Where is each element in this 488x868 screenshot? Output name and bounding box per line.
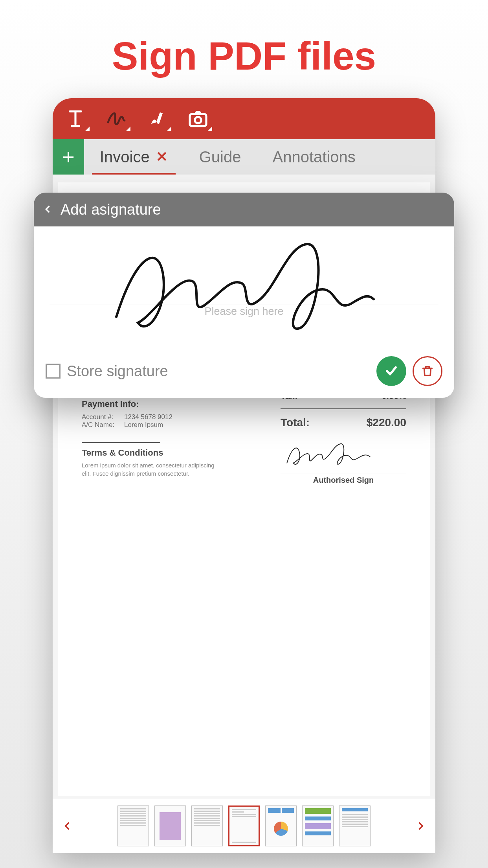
terms-heading: Terms & Conditions bbox=[82, 448, 265, 458]
signature-stroke bbox=[101, 230, 376, 340]
svg-point-1 bbox=[195, 117, 201, 123]
tab-bar: + Invoice ✕ Guide Annotations bbox=[53, 139, 435, 175]
page-thumbnail-bar bbox=[53, 798, 435, 853]
terms-body: Lorem ipsum dolor sit amet, consectetur … bbox=[82, 461, 223, 478]
text-tool-icon[interactable] bbox=[64, 107, 87, 131]
marketing-title: Sign PDF files bbox=[0, 0, 488, 79]
signature-label: Authorised Sign bbox=[281, 473, 406, 485]
back-icon[interactable] bbox=[42, 201, 53, 218]
page-thumbnail[interactable] bbox=[117, 805, 149, 846]
tab-guide[interactable]: Guide bbox=[183, 139, 257, 175]
confirm-button[interactable] bbox=[376, 356, 406, 386]
page-thumbnail[interactable] bbox=[228, 805, 260, 846]
dialog-header: Add asignature bbox=[34, 193, 454, 226]
add-signature-dialog: Add asignature Please sign here Store si… bbox=[34, 193, 454, 398]
signature-pad[interactable]: Please sign here bbox=[34, 226, 454, 356]
page-thumbnail[interactable] bbox=[339, 805, 371, 846]
page-thumbnail[interactable] bbox=[154, 805, 186, 846]
placed-signature bbox=[281, 438, 383, 470]
next-page-icon[interactable] bbox=[413, 818, 428, 834]
tab-label: Guide bbox=[199, 148, 241, 166]
delete-button[interactable] bbox=[413, 356, 442, 386]
camera-tool-icon[interactable] bbox=[186, 107, 210, 131]
payment-heading: Payment Info: bbox=[82, 399, 265, 409]
store-signature-label: Store signature bbox=[67, 363, 370, 380]
tab-label: Annotations bbox=[273, 148, 356, 166]
top-toolbar bbox=[53, 98, 435, 139]
close-icon[interactable]: ✕ bbox=[156, 149, 168, 165]
new-tab-button[interactable]: + bbox=[53, 139, 84, 175]
prev-page-icon[interactable] bbox=[60, 818, 75, 834]
dialog-title: Add asignature bbox=[61, 201, 161, 218]
store-signature-checkbox[interactable] bbox=[46, 364, 61, 379]
page-thumbnail[interactable] bbox=[302, 805, 334, 846]
tab-annotations[interactable]: Annotations bbox=[257, 139, 371, 175]
draw-tool-icon[interactable] bbox=[145, 107, 169, 131]
tab-label: Invoice bbox=[100, 148, 150, 166]
page-thumbnail[interactable] bbox=[265, 805, 297, 846]
tab-invoice[interactable]: Invoice ✕ bbox=[84, 139, 183, 175]
page-thumbnail[interactable] bbox=[191, 805, 223, 846]
signature-tool-icon[interactable] bbox=[105, 107, 128, 131]
